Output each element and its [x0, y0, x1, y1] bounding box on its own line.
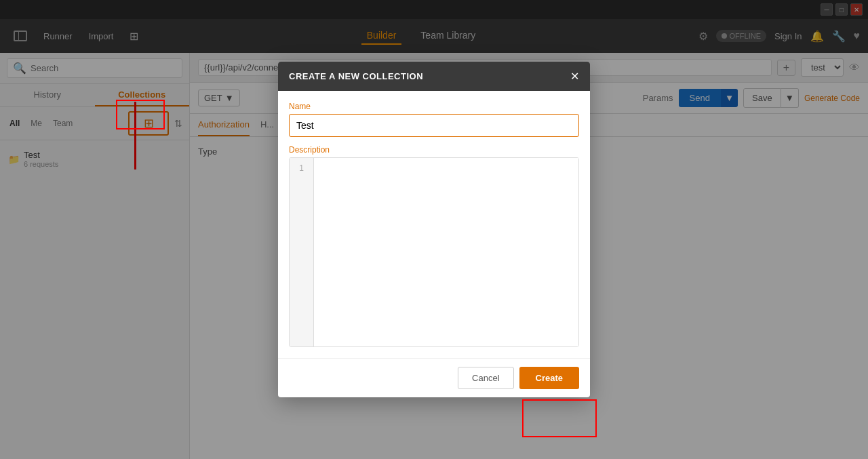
- cancel-button[interactable]: Cancel: [458, 367, 513, 389]
- create-button-annotation: [522, 399, 597, 437]
- modal-footer: Cancel Create: [278, 358, 590, 397]
- create-collection-modal: CREATE A NEW COLLECTION ✕ Name Descripti…: [278, 62, 590, 397]
- description-label: Description: [289, 145, 579, 155]
- modal-header: CREATE A NEW COLLECTION ✕: [278, 62, 590, 91]
- create-button[interactable]: Create: [519, 367, 579, 389]
- modal-title: CREATE A NEW COLLECTION: [289, 71, 423, 81]
- name-input[interactable]: [289, 114, 579, 137]
- description-textarea[interactable]: [314, 158, 578, 346]
- modal-body: Name Description 1: [278, 91, 590, 358]
- description-area-wrapper: 1: [289, 157, 579, 347]
- line-number-1: 1: [290, 163, 313, 173]
- modal-overlay: CREATE A NEW COLLECTION ✕ Name Descripti…: [0, 0, 868, 459]
- line-numbers: 1: [290, 158, 314, 346]
- name-label: Name: [289, 102, 579, 111]
- modal-close-button[interactable]: ✕: [570, 70, 579, 83]
